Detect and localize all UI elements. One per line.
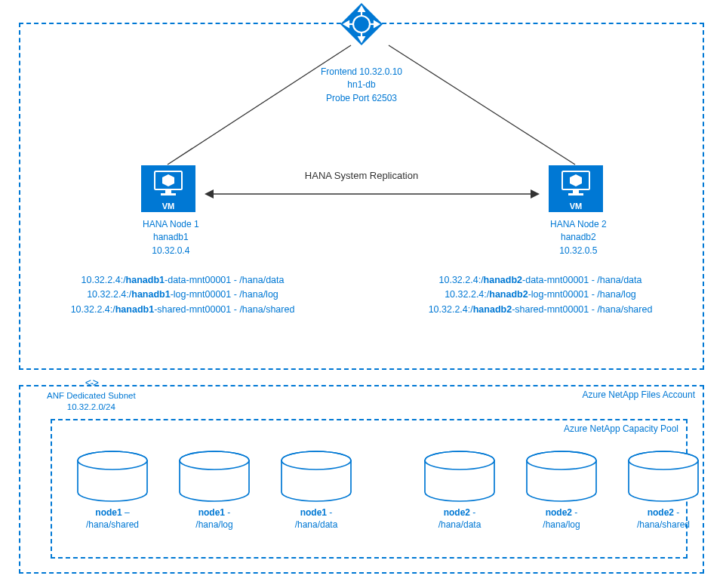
node2-host: hanadb2 xyxy=(550,231,607,244)
disk-icon xyxy=(177,451,252,503)
disk-label: node1 -/hana/log xyxy=(173,506,256,531)
vm-node2-icon: VM xyxy=(549,165,603,212)
disk-label: node1 –/hana/shared xyxy=(71,506,154,531)
anf-subnet-text: ANF Dedicated Subnet xyxy=(47,390,136,402)
volume-disk: node2 -/hana/log xyxy=(520,451,603,531)
hsr-arrow xyxy=(205,186,540,202)
anf-subnet-cidr: 10.32.2.0/24 xyxy=(47,402,136,414)
volume-disk: node2 -/hana/shared xyxy=(622,451,705,531)
svg-marker-15 xyxy=(162,174,174,186)
cluster-box: Frontend 10.32.0.10 hn1-db Probe Port 62… xyxy=(19,23,704,370)
svg-rect-13 xyxy=(165,189,171,193)
volume-disk: node1 –/hana/shared xyxy=(71,451,154,531)
node1-mounts: 10.32.2.4:/hanadb1-data-mnt00001 - /hana… xyxy=(32,273,334,317)
disk-icon xyxy=(278,451,354,503)
volume-disk: node2 -/hana/data xyxy=(418,451,501,531)
mount-line: 10.32.2.4:/hanadb2-log-mnt00001 - /hana/… xyxy=(389,288,691,302)
lb-name: hn1-db xyxy=(321,79,402,91)
disk-label: node2 -/hana/data xyxy=(418,506,501,531)
node1-host: hanadb1 xyxy=(143,231,199,244)
lb-frontend-ip: Frontend 10.32.0.10 xyxy=(321,66,402,79)
node1-ip: 10.32.0.4 xyxy=(143,245,199,257)
svg-rect-14 xyxy=(161,193,176,195)
svg-line-1 xyxy=(389,45,575,165)
hsr-label: HANA System Replication xyxy=(305,170,418,181)
subnet-icon: <··> xyxy=(47,376,136,390)
anf-capacity-pool-box: Azure NetApp Capacity Pool node1 –/hana/… xyxy=(51,419,688,559)
anf-account-label: Azure NetApp Files Account xyxy=(583,389,695,400)
node2-ip: 10.32.0.5 xyxy=(550,245,607,257)
volume-disk: node1 -/hana/log xyxy=(173,451,256,531)
mount-line: 10.32.2.4:/hanadb2-data-mnt00001 - /hana… xyxy=(389,273,691,288)
lb-probe-port: Probe Port 62503 xyxy=(321,92,402,105)
node1-info: HANA Node 1 hanadb1 10.32.0.4 xyxy=(143,218,199,257)
anf-subnet-label: <··> ANF Dedicated Subnet 10.32.2.0/24 xyxy=(47,376,136,414)
anf-account-box: <··> ANF Dedicated Subnet 10.32.2.0/24 A… xyxy=(19,385,704,574)
node2-info: HANA Node 2 hanadb2 10.32.0.5 xyxy=(550,218,607,257)
svg-rect-17 xyxy=(573,189,579,193)
node2-mounts: 10.32.2.4:/hanadb2-data-mnt00001 - /hana… xyxy=(389,273,691,317)
load-balancer-label: Frontend 10.32.0.10 hn1-db Probe Port 62… xyxy=(321,66,402,105)
volume-disk: node1 -/hana/data xyxy=(275,451,358,531)
svg-marker-19 xyxy=(570,174,582,186)
disk-icon xyxy=(422,451,497,503)
disk-icon xyxy=(626,451,701,503)
disk-icon xyxy=(524,451,599,503)
vm-label: VM xyxy=(549,202,603,211)
anf-pool-label: Azure NetApp Capacity Pool xyxy=(564,423,678,434)
mount-line: 10.32.2.4:/hanadb1-data-mnt00001 - /hana… xyxy=(32,273,334,288)
vm-node1-icon: VM xyxy=(141,165,195,212)
node2-title: HANA Node 2 xyxy=(550,218,607,231)
mount-line: 10.32.2.4:/hanadb1-shared-mnt00001 - /ha… xyxy=(32,303,334,317)
disk-label: node2 -/hana/shared xyxy=(622,506,705,531)
disk-icon xyxy=(75,451,150,503)
svg-marker-22 xyxy=(531,189,540,199)
svg-rect-18 xyxy=(568,193,583,195)
disk-label: node1 -/hana/data xyxy=(275,506,358,531)
mount-line: 10.32.2.4:/hanadb2-shared-mnt00001 - /ha… xyxy=(389,303,691,317)
mount-line: 10.32.2.4:/hanadb1-log-mnt00001 - /hana/… xyxy=(32,288,334,302)
load-balancer-icon xyxy=(340,3,383,45)
svg-marker-21 xyxy=(205,189,214,199)
vm-label: VM xyxy=(141,202,195,211)
node1-title: HANA Node 1 xyxy=(143,218,199,231)
disk-label: node2 -/hana/log xyxy=(520,506,603,531)
